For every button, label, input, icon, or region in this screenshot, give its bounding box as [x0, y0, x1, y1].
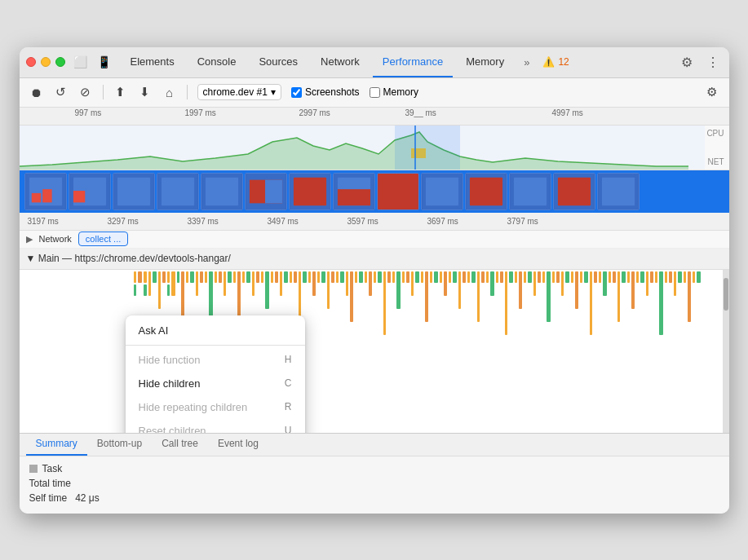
- svg-rect-80: [321, 271, 325, 283]
- svg-rect-57: [215, 271, 217, 283]
- svg-rect-30: [469, 177, 502, 205]
- svg-rect-21: [293, 177, 325, 205]
- total-time-label: Total time: [29, 478, 71, 489]
- upload-button[interactable]: ⬆: [110, 82, 131, 103]
- context-menu-hide-repeating: Hide repeating children R: [126, 395, 305, 419]
- svg-rect-64: [246, 271, 250, 283]
- svg-rect-89: [365, 271, 367, 283]
- more-icon[interactable]: ⋮: [703, 52, 723, 72]
- svg-rect-63: [242, 271, 245, 283]
- scroll-indicator[interactable]: [723, 270, 729, 433]
- hide-repeating-shortcut: R: [285, 401, 292, 412]
- clear-button[interactable]: ⊘: [75, 82, 96, 103]
- svg-rect-156: [678, 271, 682, 283]
- svg-rect-107: [449, 271, 451, 283]
- recording-dropdown-icon: ▾: [271, 86, 276, 98]
- svg-rect-79: [317, 271, 320, 283]
- tab-overflow-button[interactable]: »: [517, 56, 536, 68]
- tab-sources[interactable]: Sources: [249, 47, 308, 78]
- svg-rect-36: [601, 177, 634, 205]
- screenshots-checkbox-group: Screenshots: [291, 86, 360, 98]
- tab-network[interactable]: Network: [311, 47, 370, 78]
- maximize-button[interactable]: [55, 57, 65, 67]
- svg-rect-118: [500, 271, 503, 283]
- svg-rect-115: [486, 271, 489, 283]
- svg-rect-92: [378, 271, 382, 283]
- memory-checkbox[interactable]: [370, 87, 380, 98]
- timeline-labels-bottom: 3197 ms 3297 ms 3397 ms 3497 ms 3597 ms …: [20, 213, 729, 231]
- close-button[interactable]: [26, 57, 36, 67]
- collect-button[interactable]: collect ...: [78, 231, 128, 246]
- minimize-button[interactable]: [41, 57, 51, 67]
- svg-rect-14: [161, 177, 193, 205]
- tab-elements[interactable]: Elements: [121, 47, 184, 78]
- svg-rect-77: [308, 271, 311, 283]
- screenshot-thumb-4: [157, 173, 199, 210]
- tab-console[interactable]: Console: [188, 47, 246, 78]
- reset-children-label: Reset children: [139, 425, 206, 433]
- svg-rect-131: [561, 271, 564, 296]
- context-menu-sep-1: [126, 345, 305, 346]
- tl-label-5: 3597 ms: [347, 217, 378, 226]
- tab-performance[interactable]: Performance: [373, 47, 453, 78]
- svg-rect-26: [378, 174, 418, 209]
- summary-task-row: Task: [29, 463, 719, 474]
- tl-label-1: 3197 ms: [28, 217, 59, 226]
- screenshot-thumb-11: [465, 173, 507, 210]
- recording-name: chrome.dev #1: [203, 86, 268, 98]
- svg-rect-114: [481, 271, 485, 283]
- settings-icon[interactable]: ⚙: [677, 52, 697, 72]
- svg-rect-7: [42, 189, 51, 202]
- svg-rect-76: [303, 271, 307, 283]
- svg-rect-106: [444, 271, 447, 296]
- svg-rect-52: [190, 271, 194, 283]
- svg-rect-119: [505, 271, 507, 335]
- warning-badge[interactable]: ⚠️ 12: [542, 56, 569, 68]
- svg-rect-44: [158, 271, 161, 309]
- bottom-tab-summary[interactable]: Summary: [26, 434, 87, 456]
- screenshot-thumb-2: [69, 173, 111, 210]
- svg-rect-129: [552, 271, 555, 283]
- home-button[interactable]: ⌂: [159, 82, 180, 103]
- ruler-marks-top: 997 ms 1997 ms 2997 ms 39__ ms 4997 ms: [26, 108, 723, 123]
- context-menu-ask-ai[interactable]: Ask AI: [126, 319, 305, 342]
- bottom-content: Task Total time Self time 42 μs: [20, 456, 729, 514]
- svg-rect-120: [509, 271, 513, 283]
- svg-rect-90: [369, 271, 372, 296]
- reload-record-button[interactable]: ↺: [51, 82, 72, 103]
- svg-rect-59: [224, 271, 226, 296]
- download-button[interactable]: ⬇: [135, 82, 156, 103]
- bottom-tab-calltree[interactable]: Call tree: [152, 434, 208, 456]
- svg-rect-55: [205, 271, 207, 283]
- tl-label-3: 3397 ms: [188, 217, 219, 226]
- network-expand-icon[interactable]: ▶: [26, 234, 33, 245]
- svg-rect-78: [312, 271, 316, 296]
- summary-total-time-row: Total time: [29, 478, 719, 489]
- hide-function-label: Hide function: [139, 354, 201, 366]
- svg-rect-72: [284, 271, 288, 283]
- context-menu-hide-children[interactable]: Hide children C: [126, 372, 305, 395]
- bottom-tab-bottomup[interactable]: Bottom-up: [87, 434, 152, 456]
- recording-select[interactable]: chrome.dev #1 ▾: [197, 84, 281, 100]
- svg-rect-98: [406, 271, 409, 283]
- svg-rect-28: [425, 177, 458, 205]
- tl-label-7: 3797 ms: [507, 217, 538, 226]
- bottom-tab-eventlog[interactable]: Event log: [208, 434, 268, 456]
- screenshot-strip: [20, 170, 729, 213]
- svg-rect-51: [186, 271, 188, 283]
- svg-rect-149: [646, 271, 648, 296]
- memory-label: Memory: [383, 86, 418, 98]
- svg-rect-58: [219, 271, 222, 283]
- record-button[interactable]: ⏺: [26, 82, 47, 103]
- svg-rect-94: [387, 271, 391, 283]
- toolbar-settings-icon[interactable]: ⚙: [702, 82, 723, 103]
- ruler-mark-3: 2997 ms: [299, 108, 330, 117]
- screenshots-checkbox[interactable]: [291, 87, 302, 98]
- scroll-thumb: [724, 278, 728, 311]
- bottom-panel: Summary Bottom-up Call tree Event log Ta…: [20, 433, 729, 514]
- svg-rect-125: [533, 271, 536, 296]
- svg-rect-111: [467, 271, 470, 283]
- tl-label-2: 3297 ms: [108, 217, 139, 226]
- svg-rect-110: [463, 271, 466, 283]
- tab-memory[interactable]: Memory: [456, 47, 514, 78]
